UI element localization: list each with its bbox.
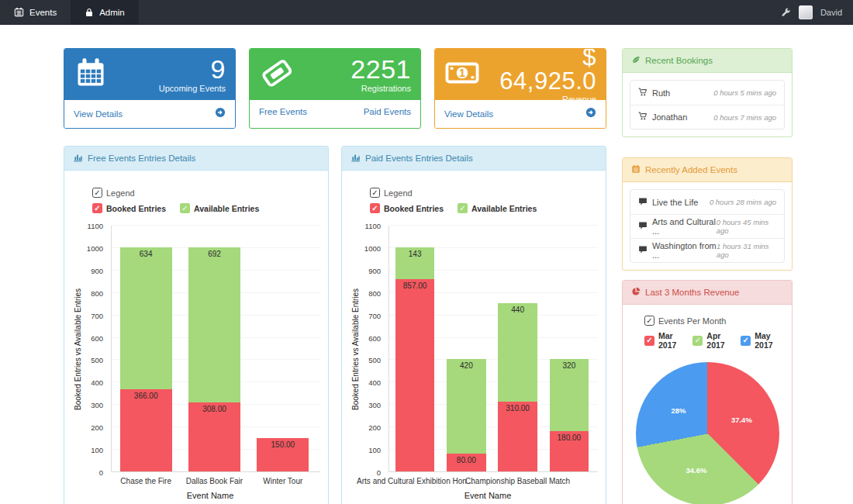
bar-value-label: 692 — [188, 250, 240, 258]
arrow-circle-icon[interactable] — [215, 107, 226, 121]
bar-segment[interactable]: 420 — [447, 359, 485, 453]
legend-title: Legend — [106, 188, 135, 198]
avatar[interactable] — [799, 5, 813, 19]
legend-item[interactable]: ✓Mar 2017 — [644, 331, 685, 350]
event-name: Washington from ... — [652, 241, 717, 260]
bar-segment[interactable]: 692 — [188, 247, 240, 402]
y-tick-label: 700 — [368, 311, 381, 319]
nav-tab-label: Admin — [99, 8, 125, 17]
bar-value-label: 440 — [498, 306, 537, 314]
arrow-circle-icon[interactable] — [585, 107, 596, 121]
y-tick-label: 1100 — [88, 222, 103, 230]
series-checkbox[interactable]: ✓ — [370, 203, 380, 213]
bar-segment[interactable]: 320 — [550, 359, 589, 431]
legend-item[interactable]: ✓Booked Entries — [370, 203, 444, 213]
wrench-icon[interactable] — [780, 7, 791, 18]
series-checkbox[interactable]: ✓ — [92, 203, 102, 213]
y-tick-label: 500 — [368, 356, 381, 364]
legend-checkbox[interactable]: ✓ — [644, 316, 654, 326]
slice-label: Mar 2017 — [658, 331, 685, 350]
card-label: Revenue — [480, 95, 596, 104]
pie-slice-label: 28% — [671, 406, 686, 414]
legend-checkbox[interactable]: ✓ — [92, 188, 102, 198]
y-tick-label: 300 — [91, 401, 103, 409]
view-details-link[interactable]: View Details — [444, 109, 493, 119]
bar-segment[interactable]: 634 — [120, 247, 172, 389]
bar-value-label: 150.00 — [257, 440, 309, 449]
y-tick-label: 600 — [368, 333, 381, 342]
bar-segment[interactable]: 150.00 — [257, 438, 309, 471]
bar-value-label: 366.00 — [120, 392, 172, 400]
nav-tab-admin[interactable]: Admin — [71, 0, 139, 24]
legend-item[interactable]: ✓Available Entries — [458, 203, 537, 213]
paid-events-link[interactable]: Paid Events — [364, 107, 411, 116]
x-tick-label: Winter Tour — [263, 477, 302, 485]
free-events-link[interactable]: Free Events — [259, 107, 307, 116]
bar-segment[interactable]: 857.00 — [395, 279, 434, 471]
bar-segment[interactable]: 310.00 — [498, 402, 537, 471]
y-tick-label: 300 — [368, 401, 381, 409]
bar-segment[interactable]: 80.00 — [447, 454, 485, 471]
recent-bookings-panel: Recent Bookings Ruth 0 hours 5 mins ago — [622, 48, 793, 137]
bar-segment[interactable]: 308.00 — [188, 402, 240, 471]
slice-checkbox[interactable]: ✓ — [741, 336, 751, 346]
event-time: 0 hours 45 mins ago — [717, 218, 776, 235]
plot-area: 857.00143Arts and Cultural Exhibition Ho… — [389, 226, 598, 472]
slice-checkbox[interactable]: ✓ — [692, 336, 703, 346]
x-tick-label: Championship Baseball Match — [465, 477, 570, 485]
stat-cards-row: 9 Upcoming Events View Details — [64, 48, 606, 129]
paid-events-chart-panel: Paid Events Entries Details ✓ Legend ✓Bo… — [341, 146, 606, 504]
bar-segment[interactable]: 440 — [498, 303, 537, 402]
legend-item[interactable]: ✓Available Entries — [180, 203, 259, 213]
y-tick-label: 800 — [91, 288, 103, 297]
y-tick-label: 400 — [368, 378, 381, 387]
y-axis-ticks: 010020030040050060070080090010001100 — [83, 226, 108, 472]
slice-checkbox[interactable]: ✓ — [644, 336, 654, 346]
last-3-months-revenue-panel: Last 3 Months Revenue ✓ Events Per Month… — [622, 280, 793, 504]
y-tick-label: 1000 — [364, 243, 381, 252]
legend-item[interactable]: ✓Booked Entries — [92, 203, 166, 213]
pie[interactable] — [636, 362, 779, 504]
view-details-link[interactable]: View Details — [74, 109, 123, 119]
bar-segment[interactable]: 143 — [395, 247, 434, 279]
y-tick-label: 200 — [91, 423, 103, 432]
calendar-icon — [74, 56, 108, 93]
panel-title: Last 3 Months Revenue — [645, 288, 739, 297]
panel-title: Recent Bookings — [645, 56, 713, 65]
bar-column: 366.00634Chase the Fire — [112, 226, 180, 471]
legend-checkbox[interactable]: ✓ — [370, 188, 380, 198]
event-name: Arts and Cultural ... — [652, 217, 717, 236]
slice-label: May 2017 — [755, 331, 782, 350]
series-checkbox[interactable]: ✓ — [458, 203, 468, 213]
revenue-pie-chart: 37.4%34.6%28% — [636, 362, 779, 504]
booking-time: 0 hours 7 mins ago — [713, 113, 776, 122]
series-checkbox[interactable]: ✓ — [180, 203, 190, 213]
leaf-icon — [631, 55, 641, 66]
legend-item[interactable]: ✓May 2017 — [741, 331, 782, 350]
card-value: 9 — [108, 56, 226, 82]
booking-row: Ruth 0 hours 5 mins ago — [630, 81, 784, 105]
y-axis-title: Booked Entries vs Available Entries — [350, 226, 361, 472]
event-row: Arts and Cultural ... 0 hours 45 mins ag… — [630, 214, 784, 238]
bar-column: 180.00320 — [544, 226, 595, 471]
bar-segment[interactable]: 366.00 — [120, 389, 172, 471]
pie-chart-icon — [631, 287, 641, 298]
legend-item[interactable]: ✓Apr 2017 — [692, 331, 733, 350]
comment-icon — [638, 245, 648, 256]
username[interactable]: David — [820, 8, 842, 17]
recently-added-events-panel: Recently Added Events Live the Life 0 ho… — [622, 157, 793, 271]
top-navbar: Events Admin David — [0, 0, 853, 25]
booking-name: Jonathan — [652, 112, 687, 122]
event-name: Live the Life — [652, 198, 698, 207]
legend-title: Legend — [384, 188, 413, 198]
x-axis-title: Event Name — [100, 491, 320, 500]
page-content: 9 Upcoming Events View Details — [0, 25, 853, 504]
card-value: $ 64,925.0 — [480, 48, 596, 93]
y-tick-label: 800 — [368, 288, 381, 297]
upcoming-events-card: 9 Upcoming Events View Details — [64, 48, 236, 129]
bar-value-label: 857.00 — [395, 281, 434, 290]
nav-tab-events[interactable]: Events — [0, 0, 71, 24]
bar-segment[interactable]: 180.00 — [550, 431, 589, 471]
bar-value-label: 80.00 — [447, 456, 485, 464]
bar-value-label: 320 — [550, 361, 589, 370]
